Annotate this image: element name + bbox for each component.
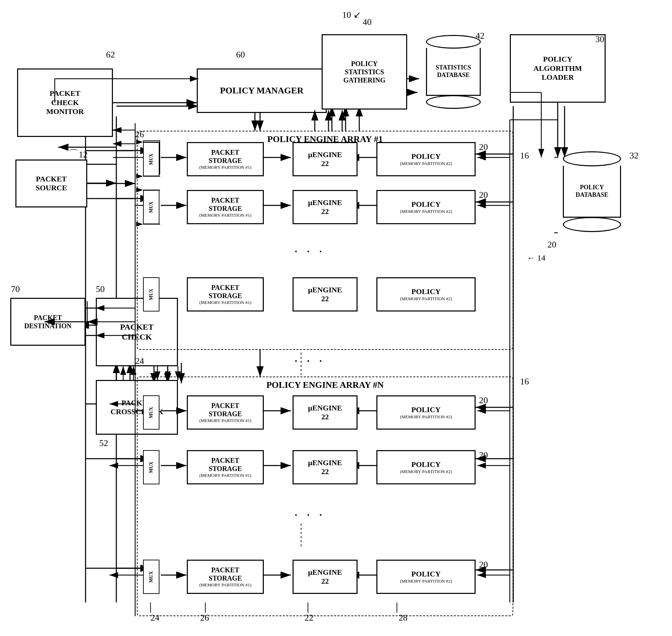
ps-sub-1-1: (MEMORY PARTITION #1) (199, 165, 251, 170)
ref-50: 50 (96, 284, 105, 294)
ref-20-n2: 20 (479, 450, 488, 460)
ref-20-1: 20 (479, 142, 488, 152)
ref-20-db: 20 (547, 240, 556, 250)
statistics-database-cylinder: STATISTICS DATABASE (419, 34, 488, 110)
ps-label-n-1: PACKETSTORAGE (209, 402, 242, 418)
ref-28-bottom: 28 (399, 613, 408, 623)
ref-52: 52 (99, 438, 108, 448)
ref-62: 62 (106, 50, 115, 60)
ps-sub-1-2: (MEMORY PARTITION #1) (199, 213, 251, 218)
mu-label-1-last: μENGINE22 (308, 285, 342, 304)
ref-20-n1: 20 (479, 395, 488, 406)
stats-db-label: STATISTICS DATABASE (436, 64, 471, 79)
diagram-container: PACKET SOURCE ⌒12 PACKET CHECK MONITOR 6… (0, 0, 672, 636)
policy-sub-1-2: (MEMORY PARTITION #2) (400, 209, 452, 214)
ref-10: 10 ↙ (342, 10, 361, 20)
mux-1-2: MUX (143, 190, 159, 224)
policy-label-n-1: POLICY (411, 405, 441, 414)
packet-storage-1-1: PACKETSTORAGE (MEMORY PARTITION #1) (187, 142, 264, 176)
ellipsis-1: . . . (294, 240, 325, 256)
mu-engine-n-1: μENGINE22 (293, 395, 358, 430)
ref-16-1: 16 (520, 151, 529, 161)
mux-1-last: MUX (143, 277, 159, 311)
policy-n-2: POLICY (MEMORY PARTITION #2) (376, 450, 476, 484)
policy-sub-n-last: (MEMORY PARTITION #2) (400, 578, 452, 584)
policy-label-n-last: POLICY (411, 570, 441, 578)
ps-label-1-last: PACKETSTORAGE (209, 283, 242, 300)
mu-label-n-last: μENGINE22 (308, 568, 342, 586)
packet-storage-1-last: PACKETSTORAGE (MEMORY PARTITION #1) (187, 277, 264, 311)
ps-sub-n-2: (MEMORY PARTITION #1) (199, 473, 251, 478)
packet-storage-n-last: PACKETSTORAGE (MEMORY PARTITION #1) (187, 560, 264, 594)
ref-42: 42 (476, 31, 484, 41)
ps-label-n-2: PACKETSTORAGE (209, 456, 242, 473)
ref-26-bottom: 26 (200, 613, 209, 623)
policy-n-last: POLICY (MEMORY PARTITION #2) (376, 560, 476, 594)
policy-n-1: POLICY (MEMORY PARTITION #2) (376, 395, 476, 430)
packet-source-label: PACKET SOURCE (36, 175, 67, 193)
packet-destination-label: PACKET DESTINATION (24, 314, 72, 330)
packet-check-monitor-label: PACKET CHECK MONITOR (46, 89, 84, 116)
mu-engine-1-1: μENGINE22 (293, 142, 358, 176)
ref-20-2: 20 (479, 190, 488, 200)
mu-label-1-2: μENGINE22 (308, 198, 342, 216)
mux-n-last: MUX (143, 560, 159, 594)
policy-sub-n-1: (MEMORY PARTITION #2) (400, 414, 452, 420)
policy-sub-1-last: (MEMORY PARTITION #2) (400, 296, 452, 302)
ref-60: 60 (236, 50, 245, 60)
ps-sub-n-last: (MEMORY PARTITION #1) (199, 582, 251, 588)
packet-storage-1-2: PACKETSTORAGE (MEMORY PARTITION #1) (187, 190, 264, 224)
ps-sub-n-1: (MEMORY PARTITION #1) (199, 418, 251, 423)
policy-algo-label: POLICY ALGORITHM LOADER (533, 55, 582, 82)
mu-engine-n-2: μENGINE22 (293, 450, 358, 484)
mux-n-1: MUX (143, 395, 159, 430)
policy-stats-label: POLICY STATISTICS GATHERING (344, 60, 386, 84)
policy-database-cylinder: POLICY DATABASE (554, 151, 630, 233)
policy-manager-label: POLICY MANAGER (220, 85, 303, 96)
policy-sub-1-1: (MEMORY PARTITION #2) (400, 161, 452, 166)
mux-1-1: MUX (143, 142, 159, 176)
packet-source-box: PACKET SOURCE (15, 160, 87, 207)
ref-40: 40 (363, 17, 372, 27)
packet-check-monitor-box: PACKET CHECK MONITOR (17, 68, 113, 137)
mu-engine-1-2: μENGINE22 (293, 190, 358, 224)
ref-32: 32 (630, 151, 638, 161)
policy-stats-gathering-box: POLICY STATISTICS GATHERING (322, 34, 407, 110)
policy-algo-loader-box: POLICY ALGORITHM LOADER (510, 34, 606, 103)
ref-12: ⌒12 (68, 147, 88, 161)
mu-engine-n-last: μENGINE22 (293, 560, 358, 594)
policy-db-label: POLICY DATABASE (576, 184, 608, 199)
ref-20-nlast: 20 (479, 560, 488, 570)
packet-storage-n-2: PACKETSTORAGE (MEMORY PARTITION #1) (187, 450, 264, 484)
mu-label-n-1: μENGINE22 (308, 404, 342, 422)
mux-n-2: MUX (143, 450, 159, 484)
ref-24-side: 24 (135, 356, 144, 366)
ref-30: 30 (595, 34, 604, 44)
ref-70: 70 (11, 284, 20, 294)
ps-sub-1-last: (MEMORY PARTITION #1) (199, 300, 251, 305)
ellipsis-between: . . . (294, 349, 325, 365)
policy-label-1-2: POLICY (411, 200, 441, 209)
ps-label-1-2: PACKETSTORAGE (209, 196, 242, 213)
ref-22-bottom: 22 (305, 613, 313, 623)
packet-destination-box: PACKET DESTINATION (10, 298, 86, 346)
ellipsis-n: . . . (294, 503, 325, 519)
policy-sub-n-2: (MEMORY PARTITION #2) (400, 469, 452, 474)
ps-label-n-last: PACKETSTORAGE (209, 566, 242, 582)
policy-label-1-1: POLICY (411, 152, 441, 161)
packet-storage-n-1: PACKETSTORAGE (MEMORY PARTITION #1) (187, 395, 264, 430)
ref-26-side: 26 (135, 129, 144, 140)
ref-12-curve: ⌒ (68, 148, 79, 160)
policy-label-n-2: POLICY (411, 460, 441, 469)
array-n-label: POLICY ENGINE ARRAY #N (266, 380, 384, 390)
policy-1-last: POLICY (MEMORY PARTITION #2) (376, 277, 476, 311)
ps-label-1-1: PACKETSTORAGE (209, 148, 242, 165)
mu-label-1-1: μENGINE22 (308, 150, 342, 168)
policy-manager-box: POLICY MANAGER (197, 68, 327, 113)
ref-16-n: 16 (520, 377, 529, 387)
ref-24-bottom: 24 (151, 613, 159, 623)
mu-label-n-2: μENGINE22 (308, 458, 342, 476)
ref-14: ← 14 (527, 253, 545, 263)
policy-1-2: POLICY (MEMORY PARTITION #2) (376, 190, 476, 224)
policy-1-1: POLICY (MEMORY PARTITION #2) (376, 142, 476, 176)
